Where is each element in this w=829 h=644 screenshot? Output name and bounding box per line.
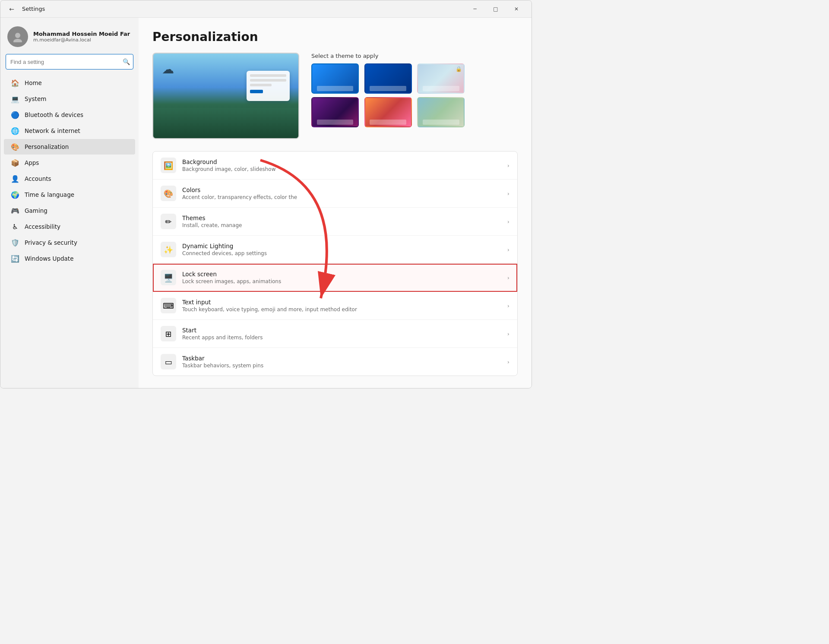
sidebar-item-label: Privacy & security: [25, 239, 77, 246]
sidebar-item-privacy[interactable]: 🛡️ Privacy & security: [4, 235, 135, 250]
accounts-icon: 👤: [11, 174, 19, 183]
dynamic-lighting-chevron: ›: [507, 246, 509, 253]
background-chevron: ›: [507, 162, 509, 169]
start-desc: Recent apps and items, folders: [182, 335, 501, 341]
colors-icon: 🎨: [161, 186, 176, 201]
settings-item-themes[interactable]: ✏️ Themes Install, create, manage ›: [153, 208, 517, 236]
preview-trees: [153, 108, 298, 138]
sidebar-item-bluetooth[interactable]: 🔵 Bluetooth & devices: [4, 107, 135, 123]
text-input-text: Text input Touch keyboard, voice typing,…: [182, 299, 501, 313]
themes-chevron: ›: [507, 218, 509, 225]
theme-inner-t2: [365, 64, 411, 93]
colors-text: Colors Accent color, transparency effect…: [182, 186, 501, 200]
settings-item-taskbar[interactable]: ▭ Taskbar Taskbar behaviors, system pins…: [153, 348, 517, 376]
sidebar-item-gaming[interactable]: 🎮 Gaming: [4, 203, 135, 218]
theme-taskbar-t3: [423, 86, 459, 91]
start-title: Start: [182, 327, 501, 334]
theme-thumb-t3[interactable]: 🔒: [417, 63, 465, 94]
themes-desc: Install, create, manage: [182, 222, 501, 228]
background-desc: Background image, color, slideshow: [182, 166, 501, 172]
sidebar-item-update[interactable]: 🔄 Windows Update: [4, 251, 135, 266]
taskbar-title: Taskbar: [182, 355, 501, 362]
system-icon: 💻: [11, 95, 19, 103]
sidebar-item-label: Personalization: [25, 143, 69, 150]
settings-item-dynamic-lighting[interactable]: ✨ Dynamic Lighting Connected devices, ap…: [153, 236, 517, 264]
user-email: m.moeidfar@Avina.local: [33, 37, 130, 43]
preview-button: [250, 90, 263, 93]
content-area: Personalization ☁ Select a theme to appl…: [139, 18, 532, 388]
sidebar-item-accounts[interactable]: 👤 Accounts: [4, 171, 135, 186]
sidebar-item-network[interactable]: 🌐 Network & internet: [4, 123, 135, 139]
sidebar-item-apps[interactable]: 📦 Apps: [4, 155, 135, 170]
dynamic-lighting-desc: Connected devices, app settings: [182, 250, 501, 256]
settings-item-colors[interactable]: 🎨 Colors Accent color, transparency effe…: [153, 180, 517, 208]
back-button[interactable]: ←: [6, 3, 18, 15]
themes-icon: ✏️: [161, 214, 176, 229]
time-icon: 🌍: [11, 190, 19, 199]
dynamic-lighting-title: Dynamic Lighting: [182, 243, 501, 249]
preview-line-1: [250, 74, 286, 77]
settings-list: 🖼️ Background Background image, color, s…: [152, 151, 518, 376]
preview-line-3: [250, 84, 272, 86]
settings-item-background[interactable]: 🖼️ Background Background image, color, s…: [153, 152, 517, 180]
theme-thumb-t4[interactable]: [311, 97, 359, 127]
colors-chevron: ›: [507, 190, 509, 197]
lock-screen-desc: Lock screen images, apps, animations: [182, 278, 501, 284]
theme-inner-t5: [365, 98, 411, 126]
sidebar-item-label: Time & language: [25, 191, 74, 198]
theme-thumb-t1[interactable]: [311, 63, 359, 94]
start-chevron: ›: [507, 331, 509, 337]
theme-taskbar-t6: [423, 120, 459, 125]
taskbar-desc: Taskbar behaviors, system pins: [182, 363, 501, 369]
gaming-icon: 🎮: [11, 206, 19, 215]
theme-thumb-t6[interactable]: [417, 97, 465, 127]
dynamic-lighting-icon: ✨: [161, 242, 176, 257]
sidebar-item-accessibility[interactable]: ♿ Accessibility: [4, 219, 135, 234]
start-icon: ⊞: [161, 326, 176, 341]
theme-taskbar-t1: [317, 86, 354, 91]
titlebar-title: Settings: [22, 6, 45, 12]
sidebar-item-personalization[interactable]: 🎨 Personalization: [4, 139, 135, 155]
sidebar-item-system[interactable]: 💻 System: [4, 91, 135, 107]
personalization-icon: 🎨: [11, 142, 19, 151]
theme-section: ☁ Select a theme to apply: [152, 53, 518, 139]
svg-point-1: [13, 39, 22, 42]
themes-text: Themes Install, create, manage: [182, 215, 501, 228]
sidebar-item-home[interactable]: 🏠 Home: [4, 75, 135, 91]
sidebar-item-label: Bluetooth & devices: [25, 111, 83, 118]
sidebar-item-label: Accounts: [25, 175, 51, 182]
theme-inner-t6: [418, 98, 464, 126]
search-box: 🔍: [6, 54, 133, 69]
theme-thumb-t5[interactable]: [364, 97, 412, 127]
sidebar-item-time[interactable]: 🌍 Time & language: [4, 187, 135, 202]
preview-line-2: [250, 79, 286, 82]
home-icon: 🏠: [11, 79, 19, 87]
settings-item-lock-screen[interactable]: 🖥️ Lock screen Lock screen images, apps,…: [153, 264, 517, 292]
avatar: [7, 26, 28, 47]
settings-item-text-input[interactable]: ⌨️ Text input Touch keyboard, voice typi…: [153, 292, 517, 320]
settings-item-start[interactable]: ⊞ Start Recent apps and items, folders ›: [153, 320, 517, 348]
search-input[interactable]: [6, 54, 133, 69]
desktop-preview: ☁: [152, 53, 299, 139]
sidebar-item-label: System: [25, 95, 46, 102]
theme-inner-t1: [312, 64, 358, 93]
apps-icon: 📦: [11, 158, 19, 167]
theme-taskbar-t5: [370, 120, 406, 125]
text-input-icon: ⌨️: [161, 298, 176, 313]
colors-title: Colors: [182, 186, 501, 193]
sidebar: Mohammad Hossein Moeid Far m.moeidfar@Av…: [0, 18, 139, 388]
minimize-button[interactable]: ─: [465, 2, 485, 16]
dynamic-lighting-text: Dynamic Lighting Connected devices, app …: [182, 243, 501, 256]
theme-thumb-t2[interactable]: [364, 63, 412, 94]
close-button[interactable]: ✕: [506, 2, 526, 16]
user-section: Mohammad Hossein Moeid Far m.moeidfar@Av…: [0, 23, 139, 54]
background-title: Background: [182, 158, 501, 165]
svg-point-0: [15, 33, 20, 38]
maximize-button[interactable]: □: [486, 2, 506, 16]
accessibility-icon: ♿: [11, 222, 19, 231]
main-layout: Mohammad Hossein Moeid Far m.moeidfar@Av…: [0, 18, 532, 388]
themes-grid: 🔒: [311, 63, 467, 127]
lock-screen-chevron: ›: [507, 275, 509, 281]
colors-desc: Accent color, transparency effects, colo…: [182, 194, 501, 200]
text-input-desc: Touch keyboard, voice typing, emoji and …: [182, 306, 501, 313]
